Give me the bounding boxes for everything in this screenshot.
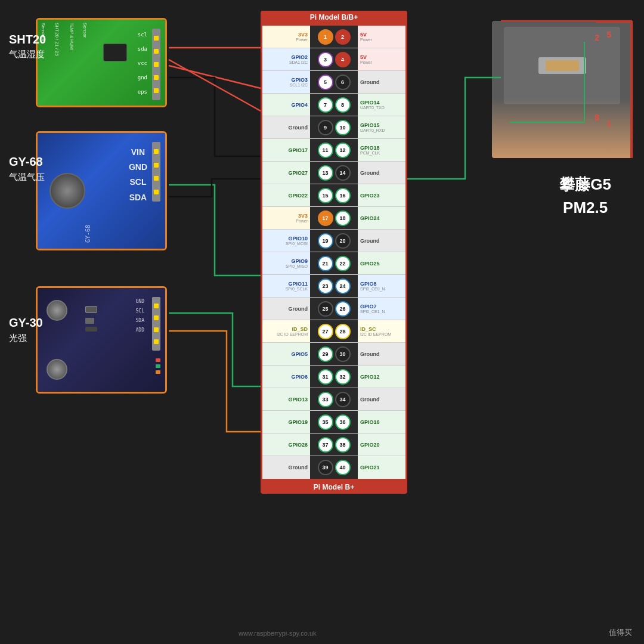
watermark-right: 值得买 bbox=[609, 627, 632, 638]
gy30-desc: 光强 bbox=[9, 333, 27, 344]
gy30-label: GY-30 bbox=[9, 316, 43, 330]
gpio-row: Ground 25 26 GPIO7 SPI0_CE1_N bbox=[262, 298, 405, 320]
gpio-header: Pi Model B/B+ bbox=[261, 11, 407, 24]
gy68-desc: 气温气压 bbox=[9, 172, 45, 183]
connector-num2: 2 bbox=[595, 33, 599, 42]
gpio-row: Ground 9 10 GPIO15 UART0_RXD bbox=[262, 116, 405, 139]
sensor-sht20: Sensirion SHT20 / 21 / 25 TEMP & HUMI Se… bbox=[36, 18, 167, 107]
gpio-row: GPIO17 11 12 GPIO18 PCM_CLK bbox=[262, 139, 405, 162]
gpio-footer: Pi Model B+ bbox=[261, 481, 407, 494]
connector-photo: 5 2 8 1 bbox=[492, 21, 632, 158]
sensor-gy30: GND SCL SDA ADD bbox=[36, 286, 167, 394]
main-container: Sensirion SHT20 / 21 / 25 TEMP & HUMI Se… bbox=[0, 0, 644, 644]
gpio-row: 3V3 Power 1 2 5V Power bbox=[262, 26, 405, 48]
gpio-row: GPIO26 37 38 GPIO20 bbox=[262, 434, 405, 456]
sensor-gy68: VIN GND SCL SDA GY-68 bbox=[36, 131, 167, 250]
gpio-row: GPIO6 31 32 GPIO12 bbox=[262, 366, 405, 388]
gpio-row: GPIO10 SPI0_MOSI 19 20 Ground bbox=[262, 230, 405, 252]
watermark-left: www.raspberrypi-spy.co.uk bbox=[239, 630, 317, 637]
svg-line-3 bbox=[169, 66, 261, 88]
gpio-row: GPIO9 SPI0_MISO 21 22 GPIO25 bbox=[262, 252, 405, 275]
connector-num1: 1 bbox=[606, 119, 611, 128]
gpio-table-container: Pi Model B/B+ 3V3 Power 1 2 5V Power GPI… bbox=[261, 11, 407, 494]
gpio-row: GPIO13 33 34 Ground bbox=[262, 388, 405, 411]
gpio-row: ID_SD I2C ID EEPROM 27 28 ID_SC I2C ID E… bbox=[262, 320, 405, 343]
gpio-row: Ground 39 40 GPIO21 bbox=[262, 456, 405, 479]
sht20-desc: 气温湿度 bbox=[9, 49, 45, 60]
svg-line-4 bbox=[169, 60, 261, 111]
gpio-row: GPIO22 15 16 GPIO23 bbox=[262, 184, 405, 207]
product-label: 攀藤G5 PM2.5 bbox=[559, 173, 611, 219]
connector-num5: 5 bbox=[606, 30, 611, 39]
gpio-row: GPIO27 13 14 Ground bbox=[262, 162, 405, 184]
gpio-row: 3V3 Power 17 18 GPIO24 bbox=[262, 207, 405, 230]
gpio-row: GPIO2 SDA1 I2C 3 4 5V Power bbox=[262, 48, 405, 71]
sht20-label: SHT20 bbox=[9, 33, 46, 47]
gpio-table: 3V3 Power 1 2 5V Power GPIO2 SDA1 I2C 3 … bbox=[261, 24, 407, 481]
gpio-row: GPIO5 29 30 Ground bbox=[262, 343, 405, 366]
connector-num8: 8 bbox=[595, 113, 599, 122]
gpio-row: GPIO11 SPI0_SCLK 23 24 GPIO8 SPI0_CE0_N bbox=[262, 275, 405, 298]
gpio-row: GPIO3 SCL1 I2C 5 6 Ground bbox=[262, 71, 405, 94]
gpio-row: GPIO4 7 8 GPIO14 UART0_TXD bbox=[262, 94, 405, 116]
gy68-label: GY-68 bbox=[9, 155, 43, 169]
gpio-row: GPIO19 35 36 GPIO16 bbox=[262, 411, 405, 434]
